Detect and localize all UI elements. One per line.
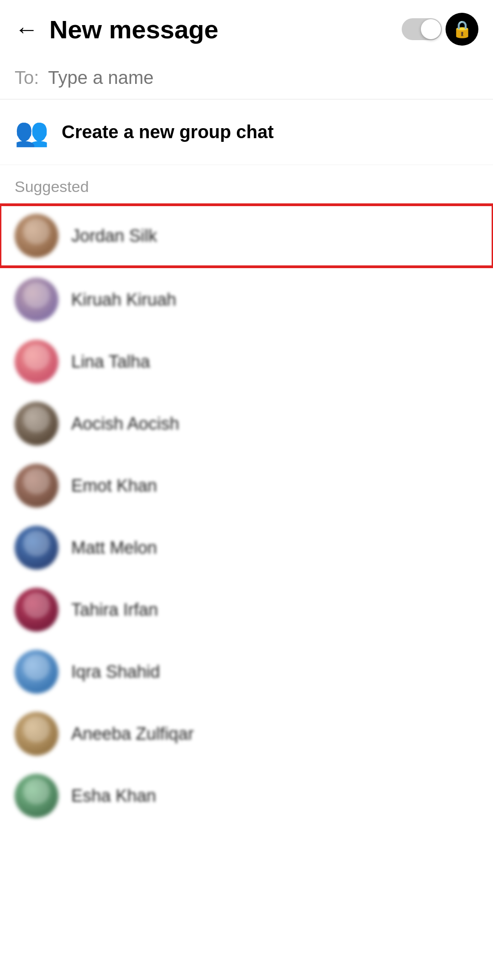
contact-name: Matt Melon — [71, 538, 157, 558]
lock-icon: 🔒 — [446, 13, 478, 46]
contacts-list: Jordan SilkKiruah KiruahLina TalhaAocish… — [0, 205, 493, 827]
lock-toggle-area[interactable]: 🔒 — [402, 13, 478, 46]
contact-item[interactable]: Emot Khan — [0, 455, 493, 517]
contact-item[interactable]: Jordan Silk — [0, 205, 493, 267]
recipient-input[interactable] — [48, 67, 478, 88]
to-field: To: — [0, 57, 493, 99]
avatar — [15, 526, 58, 570]
avatar — [15, 588, 58, 632]
page-title: New message — [49, 15, 402, 44]
contact-name: Tahira Irfan — [71, 600, 158, 620]
create-group-button[interactable]: 👥 Create a new group chat — [0, 99, 493, 165]
avatar — [15, 712, 58, 756]
avatar — [15, 278, 58, 321]
create-group-label: Create a new group chat — [62, 122, 274, 142]
contact-name: Jordan Silk — [71, 226, 157, 246]
contact-item[interactable]: Tahira Irfan — [0, 579, 493, 641]
avatar — [15, 650, 58, 694]
back-button[interactable]: ← — [15, 17, 38, 41]
avatar — [15, 214, 58, 258]
contact-name: Kiruah Kiruah — [71, 290, 176, 310]
suggested-label: Suggested — [0, 165, 493, 203]
to-label: To: — [15, 67, 39, 88]
contact-name: Emot Khan — [71, 476, 157, 496]
toggle-knob — [421, 19, 441, 39]
contact-name: Iqra Shahid — [71, 662, 160, 682]
contact-name: Aocish Aocish — [71, 414, 179, 434]
contact-item[interactable]: Iqra Shahid — [0, 641, 493, 703]
contact-item[interactable]: Matt Melon — [0, 517, 493, 579]
contact-item[interactable]: Kiruah Kiruah — [0, 269, 493, 331]
contact-item[interactable]: Aocish Aocish — [0, 393, 493, 455]
contact-name: Aneeba Zulfiqar — [71, 724, 194, 744]
avatar — [15, 464, 58, 508]
avatar — [15, 402, 58, 446]
group-icon: 👥 — [15, 116, 49, 148]
contact-item[interactable]: Aneeba Zulfiqar — [0, 703, 493, 765]
header: ← New message 🔒 — [0, 0, 493, 57]
contact-name: Esha Khan — [71, 786, 156, 806]
avatar — [15, 774, 58, 818]
contact-item[interactable]: Esha Khan — [0, 765, 493, 827]
contact-name: Lina Talha — [71, 352, 150, 372]
avatar — [15, 340, 58, 384]
toggle-track[interactable] — [402, 18, 442, 40]
contact-item[interactable]: Lina Talha — [0, 331, 493, 393]
